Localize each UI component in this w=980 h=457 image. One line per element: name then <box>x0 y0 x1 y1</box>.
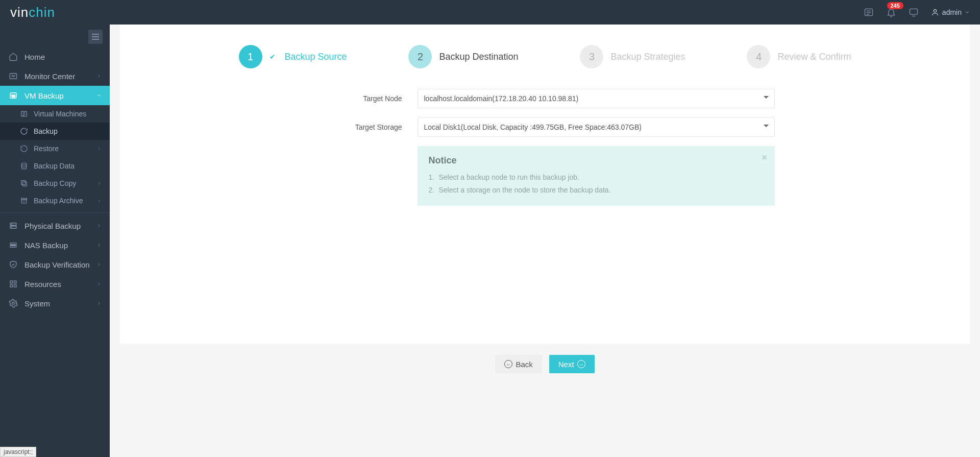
step-4[interactable]: 4 Review & Confirm <box>747 45 851 68</box>
target-storage-label: Target Storage <box>315 123 418 131</box>
monitor-icon[interactable] <box>909 7 919 17</box>
sub-restore[interactable]: Restore <box>0 140 110 157</box>
sidebar-toggle-button[interactable] <box>88 30 103 44</box>
chevron-right-icon <box>96 223 102 228</box>
svg-point-23 <box>12 227 12 228</box>
sidebar: Home Monitor Center VM VM Backup Virtual… <box>0 25 110 457</box>
nav-home[interactable]: Home <box>0 47 110 66</box>
nav-nas-backup[interactable]: NAS NAS Backup <box>0 235 110 255</box>
nav-label: Backup Verification <box>24 260 90 269</box>
user-name: admin <box>942 8 962 16</box>
step-label: Backup Destination <box>439 52 518 62</box>
chevron-right-icon <box>97 199 102 203</box>
arrow-right-icon: → <box>577 360 585 368</box>
row-target-storage: Target Storage Local Disk1(Local Disk, C… <box>315 117 775 137</box>
target-storage-select[interactable]: Local Disk1(Local Disk, Capacity :499.75… <box>418 117 775 137</box>
nav-monitor-center[interactable]: Monitor Center <box>0 66 110 86</box>
sub-backup-data[interactable]: Backup Data <box>0 157 110 175</box>
close-icon[interactable]: × <box>762 152 768 162</box>
nav-backup-verification[interactable]: Backup Verification <box>0 255 110 274</box>
nav-label: Monitor Center <box>24 72 75 81</box>
back-button[interactable]: ← Back <box>495 355 542 373</box>
svg-rect-18 <box>21 200 26 203</box>
notification-badge: 245 <box>887 2 903 9</box>
target-node-label: Target Node <box>315 94 418 103</box>
notice-line-2: 2.Select a storage on the node to store … <box>429 184 764 197</box>
sub-backup-archive[interactable]: Backup Archive <box>0 192 110 209</box>
step-label: Review & Confirm <box>777 52 851 62</box>
step-2[interactable]: 2 Backup Destination <box>408 45 518 68</box>
chevron-right-icon <box>96 281 102 286</box>
tasks-icon[interactable] <box>864 7 874 17</box>
archive-icon <box>19 197 29 205</box>
step-label: Backup Source <box>285 52 347 62</box>
nav-label: NAS Backup <box>24 241 68 250</box>
step-circle: 3 <box>580 45 603 68</box>
brand-logo[interactable]: vinchin <box>10 5 55 20</box>
home-icon <box>8 52 18 61</box>
step-label: Backup Strategies <box>610 52 685 62</box>
next-button[interactable]: Next → <box>549 355 595 373</box>
nav-resources[interactable]: Resources <box>0 274 110 294</box>
chevron-down-icon <box>96 93 102 98</box>
shield-check-icon <box>8 260 18 269</box>
main-content: 1 ✔ Backup Source 2 Backup Destination 3… <box>110 25 980 457</box>
chevron-right-icon <box>96 74 102 79</box>
user-menu[interactable]: admin <box>931 8 970 16</box>
nav-divider <box>0 212 110 213</box>
nav-label: Home <box>24 53 45 61</box>
svg-point-30 <box>12 302 15 305</box>
sub-backup[interactable]: Backup <box>0 123 110 140</box>
sub-backup-copy[interactable]: Backup Copy <box>0 175 110 192</box>
topbar: vinchin 245 admin <box>0 0 980 25</box>
nav-label: VM Backup <box>24 91 64 100</box>
database-icon <box>19 162 29 170</box>
sub-label: Restore <box>34 145 59 153</box>
status-bar-url: javascript:; <box>0 447 36 457</box>
svg-rect-20 <box>10 223 16 226</box>
nav-system[interactable]: System <box>0 294 110 313</box>
chevron-down-icon <box>965 10 970 15</box>
notice-box: × Notice 1.Select a backup node to run t… <box>418 146 775 206</box>
backup-icon <box>19 127 29 135</box>
target-node-select[interactable]: localhost.localdomain(172.18.20.40 10.10… <box>418 89 775 108</box>
step-3[interactable]: 3 Backup Strategies <box>580 45 685 68</box>
step-circle: 2 <box>408 45 432 68</box>
wizard-panel: 1 ✔ Backup Source 2 Backup Destination 3… <box>120 25 970 344</box>
svg-rect-29 <box>14 285 17 287</box>
brand-part2: chin <box>29 5 55 20</box>
sub-label: Backup <box>34 127 58 135</box>
vm-icon: VM <box>8 91 18 100</box>
step-circle: 4 <box>747 45 770 68</box>
gear-icon <box>8 299 18 308</box>
list-icon <box>19 110 29 118</box>
svg-text:NAS: NAS <box>11 244 15 247</box>
next-label: Next <box>558 360 574 369</box>
svg-rect-16 <box>21 181 26 185</box>
chevron-right-icon <box>97 147 102 151</box>
copy-icon <box>19 179 29 187</box>
restore-icon <box>19 145 29 153</box>
sub-label: Backup Archive <box>34 197 83 205</box>
check-icon: ✔ <box>270 53 276 61</box>
svg-rect-4 <box>910 9 917 14</box>
brand-part1: vin <box>10 5 29 20</box>
arrow-left-icon: ← <box>504 360 512 368</box>
server-icon <box>8 221 18 230</box>
step-circle: 1 <box>239 45 262 68</box>
topbar-right: 245 admin <box>864 7 970 17</box>
svg-text:VM: VM <box>11 94 15 98</box>
chevron-right-icon <box>96 262 102 267</box>
nav-label: Physical Backup <box>24 222 81 230</box>
notice-line-1: 1.Select a backup node to run this backu… <box>429 171 764 184</box>
nav-vm-backup[interactable]: VM VM Backup <box>0 86 110 105</box>
nav-physical-backup[interactable]: Physical Backup <box>0 216 110 235</box>
step-1[interactable]: 1 ✔ Backup Source <box>239 45 347 68</box>
nas-icon: NAS <box>8 240 18 250</box>
sub-label: Backup Data <box>34 162 75 170</box>
back-label: Back <box>516 360 532 369</box>
sub-virtual-machines[interactable]: Virtual Machines <box>0 105 110 123</box>
svg-point-22 <box>12 224 12 225</box>
sub-label: Backup Copy <box>34 179 76 187</box>
bell-icon[interactable]: 245 <box>886 7 896 17</box>
